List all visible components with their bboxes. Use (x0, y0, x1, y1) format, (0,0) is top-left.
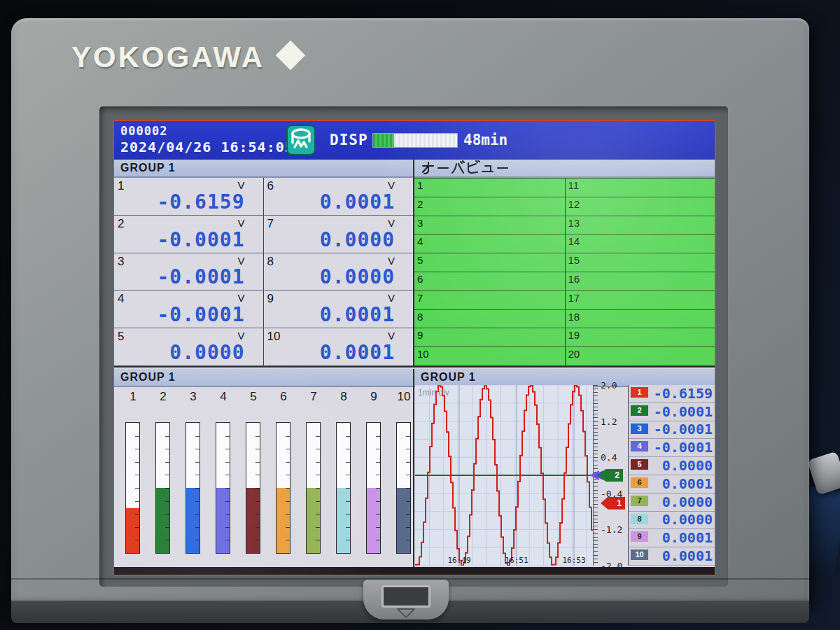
legend-channel-badge: 9 (631, 531, 648, 542)
bar-channel-number: 10 (398, 390, 411, 404)
meter-tick (316, 436, 320, 437)
channel-value: 0.0000 (320, 265, 395, 288)
bar-meter-fill (307, 488, 320, 553)
meter-tick (316, 449, 320, 449)
meter-tick (165, 462, 169, 463)
channel-unit: V (388, 330, 395, 342)
digital-channel-cell: 1V-0.6159 (114, 178, 264, 216)
trend-waveform (415, 385, 594, 566)
time-axis-label: 16:53 (562, 556, 585, 565)
meter-tick (406, 488, 410, 489)
legend-row: 1-0.6159 (629, 385, 715, 403)
meter-tick (316, 501, 320, 502)
overview-cell: 10 (414, 347, 565, 366)
scale-tick-label: -1.2 (601, 524, 622, 535)
overview-panel: 1112123134145156167178189191020 (413, 160, 715, 368)
channel-number: 2 (118, 217, 124, 231)
bar-meter-fill (337, 488, 350, 553)
channel-marker-arrow: 2 (598, 469, 623, 482)
meter-tick (255, 449, 260, 449)
channel-number: 5 (118, 330, 124, 344)
trend-plot (415, 385, 594, 566)
channel-number: 8 (267, 255, 274, 269)
meter-tick (316, 462, 320, 463)
channel-unit: V (237, 179, 244, 191)
digital-channel-cell: 7V0.0000 (264, 216, 414, 253)
overview-cell: 12 (565, 197, 715, 216)
digital-channel-cell: 5V0.0000 (114, 328, 264, 366)
meter-tick (135, 540, 139, 540)
meter-tick (255, 527, 260, 528)
brand-text: YOKOGAWA (71, 41, 265, 74)
channel-number: 3 (118, 255, 124, 269)
legend-channel-badge: 5 (631, 459, 648, 470)
legend-channel-badge: 1 (631, 387, 648, 398)
bar-meter (396, 422, 411, 554)
meter-tick (406, 462, 410, 463)
meter-tick (225, 540, 230, 540)
meter-tick (225, 514, 230, 514)
meter-tick (225, 475, 230, 475)
bar-channel-number: 2 (160, 390, 166, 404)
bar-meter-area: 12345678910 (114, 386, 413, 567)
meter-tick (135, 462, 139, 463)
meter-tick (255, 475, 260, 475)
meter-tick (135, 527, 139, 528)
bar-meter (186, 422, 200, 554)
meter-tick (195, 462, 200, 463)
latch-slot (382, 585, 430, 608)
digital-channel-cell: 10V0.0001 (264, 328, 414, 366)
meter-tick (346, 501, 350, 502)
overview-cell: 16 (565, 272, 715, 291)
legend-row: 90.0001 (629, 529, 715, 547)
lcd-screen: 000002 2024/04/26 16:54:05 DISP 48min GR… (113, 120, 716, 576)
legend-row: 80.0000 (629, 512, 715, 530)
meter-tick (165, 475, 169, 475)
bar-meter (155, 422, 170, 554)
bar-meter-fill (186, 488, 200, 553)
meter-tick (225, 436, 230, 437)
bar-meter-panel: GROUP 1 12345678910 (114, 369, 413, 567)
scale-tick-label: 2.0 (601, 380, 617, 391)
meter-tick (195, 514, 200, 514)
time-per-div-label: 1min/div (418, 388, 449, 398)
meter-tick (255, 488, 260, 489)
channel-value: -0.0001 (157, 303, 244, 326)
meter-tick (376, 514, 380, 514)
bar-meter-fill (246, 488, 260, 553)
datetime-display: 2024/04/26 16:54:05 (120, 139, 294, 155)
channel-number: 6 (267, 179, 274, 193)
channel-value: -0.0001 (157, 265, 244, 288)
bar-meter (125, 422, 140, 554)
meter-tick (255, 501, 260, 502)
meter-tick (376, 527, 380, 528)
channel-unit: V (388, 217, 395, 229)
overview-cell: 20 (565, 347, 715, 366)
digital-channel-cell: 4V-0.0001 (114, 290, 264, 328)
meter-tick (376, 436, 380, 437)
legend-channel-value: 0.0000 (662, 457, 713, 474)
door-latch-handle[interactable] (363, 580, 449, 620)
bar-panel-title: GROUP 1 (114, 369, 413, 387)
bar-meter (306, 422, 321, 554)
meter-tick (225, 449, 230, 449)
meter-tick (135, 501, 139, 502)
legend-channel-value: -0.0001 (654, 403, 713, 420)
bar-channel-number: 8 (340, 390, 346, 404)
scale-tick-label: 1.2 (601, 416, 617, 426)
time-remaining: 48min (463, 132, 507, 148)
legend-row: 100.0001 (629, 547, 715, 566)
legend-channel-value: 0.0000 (662, 511, 713, 528)
digital-channel-cell: 3V-0.0001 (114, 253, 264, 291)
meter-tick (406, 449, 410, 449)
legend-channel-value: -0.6159 (654, 385, 713, 402)
meter-tick (406, 501, 410, 502)
channel-unit: V (237, 330, 244, 342)
meter-tick (346, 488, 350, 489)
meter-tick (286, 436, 290, 437)
channel-value: 0.0000 (320, 228, 395, 251)
channel-unit: V (237, 255, 244, 267)
digital-panel-title: GROUP 1 (114, 160, 413, 178)
status-bar: 000002 2024/04/26 16:54:05 DISP 48min (114, 121, 715, 160)
meter-tick (135, 475, 139, 475)
